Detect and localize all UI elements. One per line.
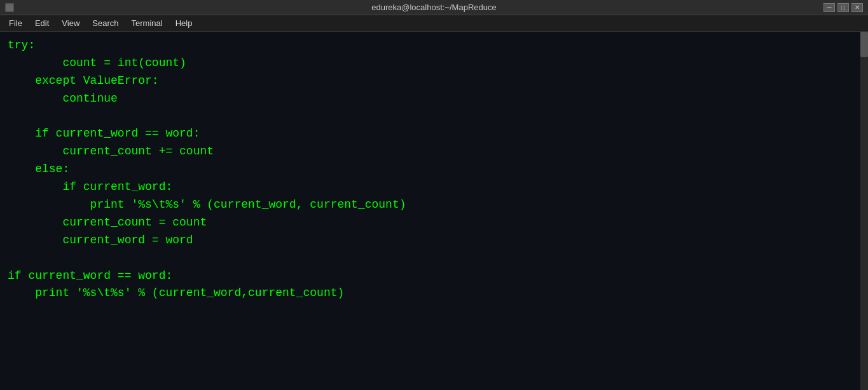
menu-bar: FileEditViewSearchTerminalHelp: [0, 15, 868, 32]
terminal-content: try: count = int(count) except ValueErro…: [0, 32, 868, 390]
menu-item-search[interactable]: Search: [86, 17, 125, 30]
maximize-button[interactable]: □: [837, 3, 849, 12]
scrollbar-thumb[interactable]: [860, 32, 868, 57]
svg-rect-0: [6, 4, 13, 11]
window-title: edureka@localhost:~/MapReduce: [371, 3, 496, 12]
terminal-icon: [5, 3, 14, 12]
title-bar-controls: ─ □ ✕: [823, 3, 863, 12]
title-bar: edureka@localhost:~/MapReduce ─ □ ✕: [0, 0, 868, 15]
close-button[interactable]: ✕: [851, 3, 863, 12]
code-block: try: count = int(count) except ValueErro…: [8, 37, 860, 302]
scrollbar[interactable]: [860, 32, 868, 390]
menu-item-file[interactable]: File: [3, 17, 29, 30]
title-bar-left: [5, 3, 14, 12]
minimize-button[interactable]: ─: [823, 3, 835, 12]
menu-item-terminal[interactable]: Terminal: [125, 17, 169, 30]
menu-item-edit[interactable]: Edit: [29, 17, 55, 30]
menu-item-help[interactable]: Help: [169, 17, 199, 30]
menu-item-view[interactable]: View: [55, 17, 86, 30]
